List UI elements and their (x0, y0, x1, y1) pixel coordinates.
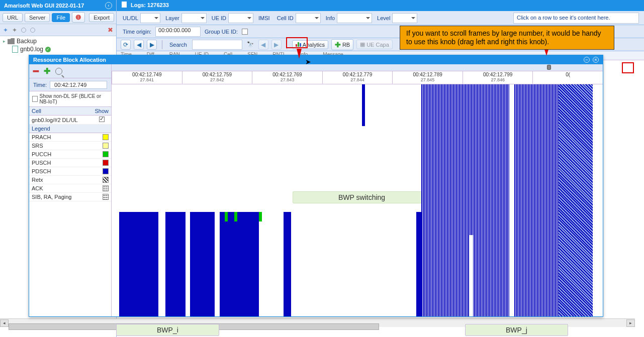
rba-time-row: Time: 00:42:12.749 (29, 78, 111, 91)
caret-icon (154, 17, 158, 19)
file-icon (12, 46, 18, 53)
imsi-combo[interactable]: IMSI (256, 15, 272, 21)
group-ueid-checkbox[interactable] (242, 29, 248, 35)
star-icon[interactable]: ✦ (3, 27, 8, 34)
prev-icon[interactable]: ◀ (134, 40, 144, 50)
show-nondl-label: Show non-DL SF (BL/CE or NB-IoT) (40, 93, 108, 104)
layer-combo[interactable]: Layer (163, 13, 207, 23)
cellid-combo[interactable]: Cell ID (275, 13, 321, 23)
tree-log-label: gnb0.log (20, 46, 43, 53)
legend-row: PDSCH (29, 167, 111, 176)
bwpi-label: BWP_i (116, 324, 219, 336)
remove-icon[interactable]: ━ (33, 66, 39, 77)
logs-title: Logs: 1276233 (131, 2, 169, 8)
url-button[interactable]: URL (3, 13, 23, 22)
rb-bar (119, 212, 158, 316)
bwp-switching-label: BWP switching (293, 191, 431, 203)
rb-button[interactable]: ✚ RB (331, 39, 353, 50)
rba-header[interactable]: Ressource Block Allocation − × (29, 55, 603, 64)
west-header: Amarisoft Web GUI 2022-01-17 ‹ (0, 0, 116, 11)
slider-knob[interactable] (547, 65, 551, 70)
file-tree: ▸ Backup gnb0.log ✓ (0, 36, 116, 54)
add-icon[interactable]: ✚ (44, 66, 50, 76)
collapse-west-icon[interactable]: ‹ (105, 2, 112, 9)
rba-toolbar: ━ ✚ (29, 64, 111, 78)
tick-col: 00:42:12.78927.845 (392, 71, 463, 84)
cell-row[interactable]: gnb0.log/#2 DL/UL (29, 116, 111, 125)
circle2-icon[interactable] (30, 28, 35, 33)
swatch-icon (103, 168, 109, 174)
uecapa-button[interactable]: ▦ UE Capa (356, 40, 393, 49)
rb-bar (165, 212, 185, 316)
clear-icon[interactable]: ✖ (108, 26, 113, 34)
tree-backup-label: Backup (17, 38, 37, 45)
tick-col: 00:42:12.77927.844 (322, 71, 393, 84)
server-button[interactable]: Server (25, 13, 50, 22)
rb-bar (549, 84, 557, 316)
annotation-arrow-rb (297, 49, 302, 59)
rb-bar (469, 235, 473, 316)
cell-show-checkbox[interactable] (99, 117, 105, 122)
rb-bar (284, 212, 291, 316)
swatch-icon (103, 194, 109, 200)
rb-bar (225, 212, 228, 221)
scroll-left-icon[interactable]: ◂ (0, 319, 9, 327)
filter-row: UL/DL Layer UE ID IMSI Cell ID Info Leve… (117, 11, 644, 25)
tree-backup-row[interactable]: ▸ Backup (2, 37, 114, 45)
time-origin-field[interactable]: 00:00:00.000 (155, 27, 201, 37)
ueid-combo[interactable]: UE ID (210, 13, 253, 23)
search-next-icon[interactable]: ▶ (271, 40, 282, 50)
red-highlight-knob (622, 62, 634, 73)
alert-icon: ❶ (75, 14, 81, 21)
circle1-icon[interactable] (21, 28, 26, 33)
swatch-icon (103, 151, 109, 157)
minimize-icon[interactable]: − (584, 57, 590, 63)
doc-icon (122, 2, 127, 8)
rb-bar (421, 84, 510, 316)
tick-col: 0( (532, 71, 603, 84)
swatch-icon (103, 134, 109, 140)
next-icon[interactable]: ▶ (147, 40, 157, 50)
uldl-combo[interactable]: UL/DL (121, 13, 160, 23)
binoculars-icon[interactable]: 🔭 (245, 40, 255, 50)
row-hint: Click on a row to see it's content here. (513, 13, 639, 24)
doc2-icon: ▦ (360, 41, 365, 48)
tree-log-row[interactable]: gnb0.log ✓ (2, 45, 114, 53)
swatch-icon (103, 177, 109, 183)
rba-sidebar: ━ ✚ Time: 00:42:12.749 Show non-DL SF (B… (29, 64, 112, 316)
west-toolbar-1: URL Server File ❶ Export (0, 11, 116, 24)
analytics-button[interactable]: Analytics (292, 40, 328, 49)
export-button[interactable]: Export (89, 13, 114, 22)
zoom-icon[interactable] (55, 68, 62, 75)
search-prev-icon[interactable]: ◀ (258, 40, 268, 50)
slider-track[interactable] (112, 64, 603, 71)
refresh-icon[interactable]: ⟳ (121, 40, 131, 50)
level-combo[interactable]: Level (375, 13, 417, 23)
annotation-note: If you want to scroll frames by large nu… (400, 26, 614, 50)
file-button[interactable]: File (52, 13, 70, 22)
timeline-header: 00:42:12.74927.84100:42:12.75927.84200:4… (112, 71, 603, 84)
legend-row: Retx (29, 176, 111, 184)
rba-main: 00:42:12.74927.84100:42:12.75927.84200:4… (112, 64, 603, 316)
ok-icon: ✓ (45, 47, 51, 52)
legend-row: PUSCH (29, 159, 111, 167)
search-label: Search (167, 42, 189, 48)
cell-hdr: Cell (29, 107, 92, 116)
rb-bar (234, 212, 237, 221)
info-combo[interactable]: Info (324, 13, 372, 23)
logs-header: Logs: 1276233 (117, 0, 644, 11)
search-input[interactable] (192, 40, 242, 50)
star2-icon[interactable]: ✦ (12, 27, 17, 34)
rb-bar (363, 84, 365, 112)
chart-area[interactable]: BWP switching (112, 84, 603, 316)
plus-icon: ✚ (335, 41, 341, 49)
scroll-right-icon[interactable]: ▸ (626, 319, 635, 327)
rb-bar (559, 84, 593, 316)
alert-button[interactable]: ❶ (72, 12, 85, 23)
app-title: Amarisoft Web GUI 2022-01-17 (4, 3, 84, 9)
expand-icon[interactable]: ▸ (3, 39, 6, 44)
close-icon[interactable]: × (593, 57, 599, 63)
show-nondl-row[interactable]: Show non-DL SF (BL/CE or NB-IoT) (29, 91, 111, 107)
rba-time-field[interactable]: 00:42:12.749 (50, 81, 107, 89)
show-nondl-checkbox[interactable] (32, 96, 38, 102)
